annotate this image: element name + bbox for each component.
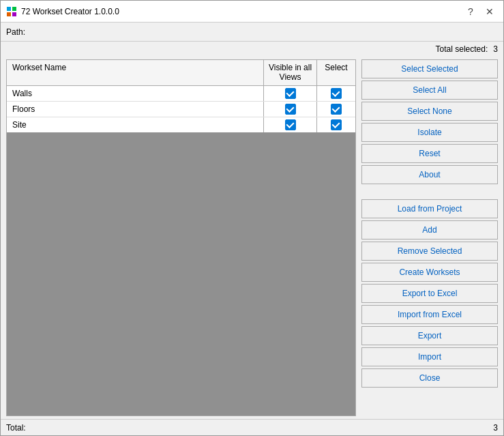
visible-checkbox[interactable] xyxy=(285,119,296,130)
table-row: Floors xyxy=(7,102,355,117)
bottom-total-value: 3 xyxy=(493,423,498,433)
col-header-select: Select xyxy=(317,60,355,85)
select-selected-button[interactable]: Select Selected xyxy=(361,59,498,78)
main-content: Workset Name Visible in all Views Select… xyxy=(1,57,503,419)
svg-rect-2 xyxy=(7,12,11,16)
title-bar: 72 Workset Creator 1.0.0.0 ? ✕ xyxy=(1,1,503,23)
cell-workset-name: Floors xyxy=(7,102,264,117)
total-selected-value: 3 xyxy=(493,44,498,54)
select-checkbox[interactable] xyxy=(331,119,342,130)
table-body: WallsFloorsSite xyxy=(7,86,355,416)
total-selected-bar: Total selected: 3 xyxy=(1,42,503,57)
cell-select xyxy=(317,117,355,132)
select-checkbox[interactable] xyxy=(331,88,342,99)
visible-checkbox[interactable] xyxy=(285,104,296,115)
col-header-visible: Visible in all Views xyxy=(264,60,317,85)
remove-selected-button[interactable]: Remove Selected xyxy=(361,242,498,261)
spacer-1 xyxy=(361,186,498,197)
help-button[interactable]: ? xyxy=(462,4,479,19)
bottom-total-label: Total: xyxy=(6,423,26,433)
cell-visible xyxy=(264,102,317,117)
right-panel: Select Selected Select All Select None I… xyxy=(361,59,498,416)
select-none-button[interactable]: Select None xyxy=(361,102,498,121)
visible-checkbox[interactable] xyxy=(285,88,296,99)
cell-visible xyxy=(264,117,317,132)
svg-rect-1 xyxy=(12,7,16,11)
create-worksets-button[interactable]: Create Worksets xyxy=(361,263,498,282)
cell-workset-name: Walls xyxy=(7,86,264,101)
svg-rect-0 xyxy=(7,7,11,11)
select-checkbox[interactable] xyxy=(331,104,342,115)
table-row: Walls xyxy=(7,86,355,102)
add-button[interactable]: Add xyxy=(361,220,498,239)
col-header-name: Workset Name xyxy=(7,60,264,85)
window-title: 72 Workset Creator 1.0.0.0 xyxy=(21,7,462,16)
select-all-button[interactable]: Select All xyxy=(361,81,498,100)
title-controls: ? ✕ xyxy=(462,4,498,19)
cell-select xyxy=(317,102,355,117)
total-selected-label: Total selected: xyxy=(436,44,488,54)
svg-rect-3 xyxy=(12,12,16,16)
close-dialog-button[interactable]: Close xyxy=(361,368,498,388)
reset-button[interactable]: Reset xyxy=(361,144,498,163)
cell-visible xyxy=(264,86,317,101)
table-row: Site xyxy=(7,117,355,132)
workset-table: Workset Name Visible in all Views Select… xyxy=(6,59,356,416)
export-button[interactable]: Export xyxy=(361,326,498,345)
path-label: Path: xyxy=(6,27,25,37)
main-window: 72 Workset Creator 1.0.0.0 ? ✕ Path: Tot… xyxy=(0,0,504,436)
cell-select xyxy=(317,86,355,101)
table-header: Workset Name Visible in all Views Select xyxy=(7,60,355,86)
close-button[interactable]: ✕ xyxy=(481,4,498,19)
load-from-project-button[interactable]: Load from Project xyxy=(361,199,498,218)
export-to-excel-button[interactable]: Export to Excel xyxy=(361,284,498,303)
about-button[interactable]: About xyxy=(361,165,498,184)
app-icon xyxy=(6,6,17,17)
path-bar: Path: xyxy=(1,23,503,42)
cell-workset-name: Site xyxy=(7,117,264,132)
import-button[interactable]: Import xyxy=(361,347,498,366)
bottom-bar: Total: 3 xyxy=(1,419,503,435)
isolate-button[interactable]: Isolate xyxy=(361,123,498,142)
import-from-excel-button[interactable]: Import from Excel xyxy=(361,305,498,324)
